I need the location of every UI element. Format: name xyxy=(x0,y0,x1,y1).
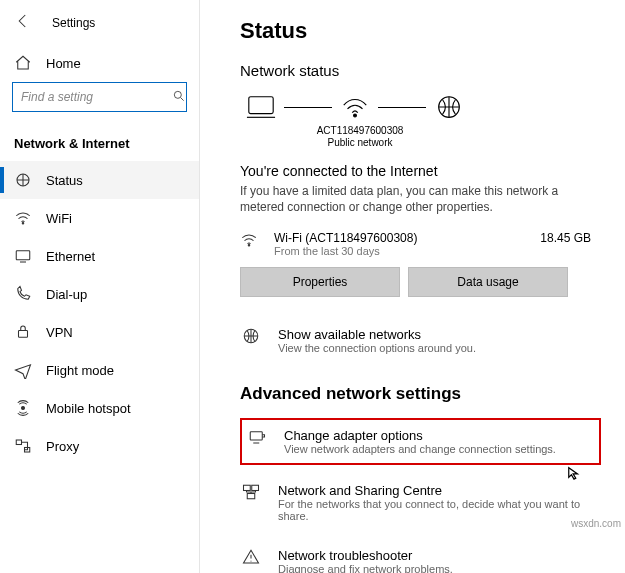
globe-icon xyxy=(242,327,264,348)
sidebar-item-ethernet[interactable]: Ethernet xyxy=(0,237,199,275)
watermark: wsxdn.com xyxy=(571,518,621,529)
window-header: Settings xyxy=(0,8,199,46)
svg-point-0 xyxy=(174,91,181,98)
warning-icon xyxy=(242,548,264,569)
advanced-heading: Advanced network settings xyxy=(240,384,601,404)
usage-name: Wi-Fi (ACT118497600308) xyxy=(274,231,540,245)
show-networks-option[interactable]: Show available networks View the connect… xyxy=(240,323,601,358)
wifi-usage-icon xyxy=(240,231,262,252)
sidebar-item-label: Mobile hotspot xyxy=(46,401,131,416)
sidebar-item-flight[interactable]: Flight mode xyxy=(0,351,199,389)
svg-rect-6 xyxy=(16,440,21,445)
wifi-node-icon xyxy=(334,91,376,123)
option-sub: Diagnose and fix network problems. xyxy=(278,563,453,573)
connected-headline: You're connected to the Internet xyxy=(240,163,601,179)
diagram-line xyxy=(284,107,332,108)
proxy-icon xyxy=(14,437,32,455)
svg-rect-14 xyxy=(244,486,251,491)
network-diagram xyxy=(240,91,601,123)
dialup-icon xyxy=(14,285,32,303)
adapter-icon xyxy=(248,428,270,449)
search-input[interactable] xyxy=(21,90,172,104)
svg-point-11 xyxy=(248,245,250,247)
svg-rect-16 xyxy=(247,494,255,499)
option-title: Show available networks xyxy=(278,327,476,342)
sharing-centre-option[interactable]: Network and Sharing Centre For the netwo… xyxy=(240,479,601,526)
wifi-icon xyxy=(14,209,32,227)
sidebar: Settings Home Network & Internet Status … xyxy=(0,0,200,573)
globe-icon xyxy=(428,91,470,123)
sidebar-item-hotspot[interactable]: Mobile hotspot xyxy=(0,389,199,427)
sidebar-item-label: Status xyxy=(46,173,83,188)
option-title: Network and Sharing Centre xyxy=(278,483,598,498)
svg-rect-13 xyxy=(250,432,262,440)
sidebar-item-label: Dial-up xyxy=(46,287,87,302)
sidebar-item-label: Ethernet xyxy=(46,249,95,264)
airplane-icon xyxy=(14,361,32,379)
button-label: Properties xyxy=(293,275,348,289)
svg-point-5 xyxy=(22,407,25,410)
option-title: Network troubleshooter xyxy=(278,548,453,563)
svg-rect-4 xyxy=(19,331,28,338)
network-status-heading: Network status xyxy=(240,62,601,79)
usage-row: Wi-Fi (ACT118497600308) From the last 30… xyxy=(240,231,601,257)
button-label: Data usage xyxy=(457,275,518,289)
sidebar-item-label: VPN xyxy=(46,325,73,340)
diagram-caption: ACT118497600308 Public network xyxy=(240,125,480,149)
option-title: Change adapter options xyxy=(284,428,556,443)
svg-point-2 xyxy=(22,223,24,225)
app-title: Settings xyxy=(52,16,95,30)
option-sub: View network adapters and change connect… xyxy=(284,443,556,455)
usage-sub: From the last 30 days xyxy=(274,245,540,257)
option-sub: For the networks that you connect to, de… xyxy=(278,498,598,522)
main-content: Status Network status ACT118497600308 Pu… xyxy=(200,0,625,573)
sidebar-item-label: Proxy xyxy=(46,439,79,454)
ethernet-icon xyxy=(14,247,32,265)
troubleshooter-option[interactable]: Network troubleshooter Diagnose and fix … xyxy=(240,544,601,573)
sidebar-item-proxy[interactable]: Proxy xyxy=(0,427,199,465)
svg-rect-3 xyxy=(16,251,30,260)
change-adapter-option[interactable]: Change adapter options View network adap… xyxy=(240,418,601,465)
sidebar-item-vpn[interactable]: VPN xyxy=(0,313,199,351)
svg-point-9 xyxy=(354,114,357,117)
computer-icon xyxy=(240,91,282,123)
sidebar-category: Network & Internet xyxy=(0,128,199,161)
home-nav[interactable]: Home xyxy=(0,46,199,82)
properties-button[interactable]: Properties xyxy=(240,267,400,297)
data-usage-button[interactable]: Data usage xyxy=(408,267,568,297)
search-icon xyxy=(172,89,186,106)
sidebar-item-label: WiFi xyxy=(46,211,72,226)
page-title: Status xyxy=(240,18,601,44)
back-button[interactable] xyxy=(14,12,32,34)
diagram-line xyxy=(378,107,426,108)
sharing-icon xyxy=(242,483,264,504)
sidebar-item-wifi[interactable]: WiFi xyxy=(0,199,199,237)
home-label: Home xyxy=(46,56,81,71)
network-profile: Public network xyxy=(240,137,480,149)
sidebar-item-label: Flight mode xyxy=(46,363,114,378)
search-box[interactable] xyxy=(12,82,187,112)
usage-value: 18.45 GB xyxy=(540,231,601,245)
hotspot-icon xyxy=(14,399,32,417)
connected-desc: If you have a limited data plan, you can… xyxy=(240,183,570,215)
svg-rect-15 xyxy=(252,486,259,491)
sidebar-item-dialup[interactable]: Dial-up xyxy=(0,275,199,313)
vpn-icon xyxy=(14,323,32,341)
status-icon xyxy=(14,171,32,189)
network-ssid: ACT118497600308 xyxy=(240,125,480,137)
svg-rect-8 xyxy=(249,97,273,114)
home-icon xyxy=(14,54,32,72)
option-sub: View the connection options around you. xyxy=(278,342,476,354)
sidebar-item-status[interactable]: Status xyxy=(0,161,199,199)
